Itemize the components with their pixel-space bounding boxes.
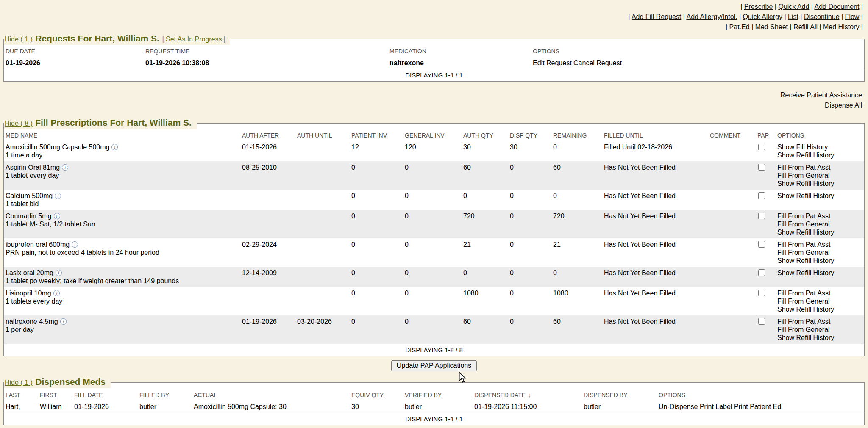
auth-after-cell: 01-15-2026 (240, 141, 295, 161)
dispensed-option-link[interactable]: Un-Dispense (659, 403, 698, 410)
request-option-link[interactable]: Cancel Request (573, 59, 622, 66)
fill-option-link[interactable]: Show Refill History (777, 334, 862, 342)
fill-option-link[interactable]: Fill From General (777, 171, 862, 179)
fill-option-link[interactable]: Fill From General (777, 326, 862, 334)
pap-checkbox[interactable] (758, 192, 765, 199)
med-name: Aspirin Oral 81mg (6, 164, 60, 171)
column-header-first[interactable]: FIRST (38, 388, 72, 400)
column-header-actual[interactable]: ACTUAL (192, 388, 350, 400)
top-nav-link[interactable]: Quick Allergy (743, 13, 782, 20)
fill-option-link[interactable]: Fill From Pat Asst (777, 163, 862, 171)
column-header-remaining[interactable]: REMAINING (551, 129, 602, 141)
fill-option-link[interactable]: Fill From General (777, 297, 862, 305)
info-icon[interactable]: i (55, 193, 61, 199)
fill-option-link[interactable]: Show Refill History (777, 151, 862, 159)
fill-option-link[interactable]: Show Refill History (777, 257, 862, 265)
column-header-disp-qty[interactable]: DISP QTY (508, 129, 551, 141)
pap-checkbox[interactable] (758, 164, 765, 171)
top-nav-link[interactable]: Add Allergy/Intol. (686, 13, 737, 20)
filled-by-cell: butler (138, 400, 192, 413)
dispense-all-link[interactable]: Dispense All (825, 102, 862, 109)
hide-dispensed-meds-link[interactable]: Hide ( 1 ) (5, 379, 33, 386)
column-header-comment[interactable]: COMMENT (708, 129, 756, 141)
last-cell: Hart, (4, 400, 38, 413)
request-option-link[interactable]: Edit Request (533, 59, 572, 66)
column-header-filled-until[interactable]: FILLED UNTIL (602, 129, 708, 141)
auth-until-cell (295, 161, 350, 190)
column-header-due-date[interactable]: DUE DATE (4, 45, 144, 57)
info-icon[interactable]: i (60, 318, 67, 325)
column-header-request-time[interactable]: REQUEST TIME (144, 45, 388, 57)
remaining-cell: 21 (551, 238, 602, 267)
top-nav-link[interactable]: Add Document (815, 3, 860, 10)
column-header-auth-after[interactable]: AUTH AFTER (240, 129, 295, 141)
update-pap-applications-button[interactable]: Update PAP Applications (391, 360, 477, 371)
top-nav-link[interactable]: Pat.Ed (729, 23, 750, 30)
fill-option-link[interactable]: Fill From General (777, 220, 862, 228)
dispensed-option-link[interactable]: Print Patient Ed (734, 403, 781, 410)
fill-option-link[interactable]: Fill From Pat Asst (777, 289, 862, 297)
info-icon[interactable]: i (62, 164, 68, 171)
info-icon[interactable]: i (56, 270, 62, 276)
column-header-medication[interactable]: MEDICATION (388, 45, 531, 57)
pap-checkbox[interactable] (758, 213, 765, 219)
column-header-last[interactable]: LAST (4, 388, 38, 400)
pap-checkbox[interactable] (758, 290, 765, 296)
info-icon[interactable]: i (54, 213, 60, 219)
column-header-options[interactable]: OPTIONS (531, 45, 864, 57)
top-nav-link[interactable]: Flow (845, 13, 860, 20)
column-header-general-inv[interactable]: GENERAL INV (403, 129, 462, 141)
top-nav-link[interactable]: Quick Add (778, 3, 809, 10)
top-nav-link[interactable]: Discontinue (804, 13, 840, 20)
column-header-fill-date[interactable]: FILL DATE (72, 388, 138, 400)
fill-option-link[interactable]: Show Refill History (777, 228, 862, 236)
dispensed-row: Hart,William01-19-2026butlerAmoxicillin … (4, 400, 864, 413)
med-name-line: Coumadin 5mgi (6, 212, 239, 220)
info-icon[interactable]: i (72, 241, 78, 248)
med-name: naltrexone 4.5mg (6, 318, 58, 325)
column-header-dispensed-by[interactable]: DISPENSED BY (582, 388, 657, 400)
column-header-med-name[interactable]: MED NAME (4, 129, 240, 141)
top-nav-link[interactable]: Prescribe (744, 3, 773, 10)
column-header-pap[interactable]: PAP (756, 129, 776, 141)
column-header-dispensed-date[interactable]: DISPENSED DATE↓ (473, 388, 582, 400)
hide-requests-link[interactable]: Hide ( 1 ) (5, 36, 33, 43)
fill-option-link[interactable]: Show Refill History (777, 305, 862, 313)
fill-option-link[interactable]: Show Refill History (777, 179, 862, 188)
fill-option-link[interactable]: Fill From Pat Asst (777, 318, 862, 326)
receive-patient-assistance-link[interactable]: Receive Patient Assistance (780, 91, 862, 99)
column-header-options[interactable]: OPTIONS (657, 388, 864, 400)
auth-qty-cell: 0 (462, 190, 508, 210)
column-header-equiv-qty[interactable]: EQUIV QTY (350, 388, 403, 400)
disp-qty-cell: 0 (508, 210, 551, 238)
sort-descending-icon[interactable]: ↓ (528, 391, 531, 398)
column-header-auth-qty[interactable]: AUTH QTY (462, 129, 508, 141)
fill-option-link[interactable]: Fill From General (777, 249, 862, 257)
top-nav-link[interactable]: Med Sheet (755, 23, 788, 30)
pap-checkbox[interactable] (758, 144, 765, 150)
column-header-filled-by[interactable]: FILLED BY (138, 388, 192, 400)
pap-cell (756, 210, 776, 238)
pap-checkbox[interactable] (758, 241, 765, 248)
fill-option-link[interactable]: Show Refill History (777, 192, 862, 200)
hide-fill-prescriptions-link[interactable]: Hide ( 8 ) (5, 120, 33, 127)
disp-qty-cell: 0 (508, 315, 551, 344)
column-header-verified-by[interactable]: VERIFIED BY (403, 388, 473, 400)
pap-checkbox[interactable] (758, 269, 765, 276)
fill-option-link[interactable]: Fill From Pat Asst (777, 212, 862, 220)
column-header-patient-inv[interactable]: PATIENT INV (350, 129, 403, 141)
fill-option-link[interactable]: Fill From Pat Asst (777, 240, 862, 249)
top-nav-link[interactable]: List (788, 13, 798, 20)
top-nav-link[interactable]: Med History (823, 23, 859, 30)
fill-option-link[interactable]: Show Refill History (777, 269, 862, 277)
fill-option-link[interactable]: Show Fill History (777, 143, 862, 151)
column-header-options[interactable]: OPTIONS (776, 129, 864, 141)
set-as-in-progress-link[interactable]: Set As In Progress (166, 36, 222, 43)
info-icon[interactable]: i (111, 144, 118, 150)
info-icon[interactable]: i (53, 290, 60, 296)
pap-checkbox[interactable] (758, 318, 765, 325)
top-nav-link[interactable]: Add Fill Request (632, 13, 681, 20)
dispensed-option-link[interactable]: Print Label (700, 403, 732, 410)
top-nav-link[interactable]: Refill All (793, 23, 818, 30)
column-header-auth-until[interactable]: AUTH UNTIL (295, 129, 350, 141)
